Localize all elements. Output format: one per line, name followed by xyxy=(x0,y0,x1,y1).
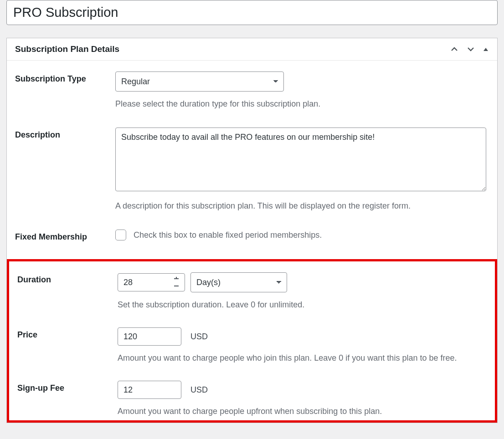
price-currency: USD xyxy=(190,332,208,342)
description-content: Subscribe today to avail all the PRO fea… xyxy=(115,128,489,212)
price-field: Price USD Amount you want to charge peop… xyxy=(9,327,495,364)
metabox-toggle-button[interactable] xyxy=(483,46,489,52)
subscription-plan-details-metabox: Subscription Plan Details Subscription T… xyxy=(6,38,498,423)
page-title-wrap xyxy=(6,0,498,25)
metabox-handles xyxy=(450,45,489,54)
subscription-type-help: Please select the duration type for this… xyxy=(115,98,489,110)
duration-inputs: Day(s) xyxy=(118,272,487,292)
description-field: Description Subscribe today to avail all… xyxy=(7,128,497,212)
fixed-membership-checkbox-line: Check this box to enable fixed period me… xyxy=(115,230,489,240)
metabox-header: Subscription Plan Details xyxy=(7,38,497,61)
duration-help: Set the subscription duration. Leave 0 f… xyxy=(118,299,487,311)
duration-content: Day(s) Set the subscription duration. Le… xyxy=(118,272,487,311)
subscription-type-field: Subscription Type Regular Please select … xyxy=(7,71,497,110)
triangle-up-icon xyxy=(483,46,489,52)
subscription-type-label: Subscription Type xyxy=(15,71,115,84)
chevron-up-icon xyxy=(450,45,459,54)
signup-fee-help: Amount you want to charge people upfront… xyxy=(118,405,487,418)
fixed-membership-content: Check this box to enable fixed period me… xyxy=(115,230,489,240)
price-content: USD Amount you want to charge people who… xyxy=(118,327,487,364)
subscription-type-content: Regular Please select the duration type … xyxy=(115,71,489,110)
price-label: Price xyxy=(17,327,118,340)
price-help: Amount you want to charge people who joi… xyxy=(118,352,487,364)
signup-fee-inputs: USD xyxy=(118,381,487,399)
duration-input[interactable] xyxy=(118,273,185,291)
subscription-type-select[interactable]: Regular xyxy=(115,71,284,92)
description-textarea[interactable]: Subscribe today to avail all the PRO fea… xyxy=(115,128,486,191)
fixed-membership-label: Fixed Membership xyxy=(15,230,115,242)
signup-fee-label: Sign-up Fee xyxy=(17,381,118,393)
signup-fee-currency: USD xyxy=(190,385,208,395)
metabox-body: Subscription Type Regular Please select … xyxy=(7,61,497,423)
metabox-move-up-button[interactable] xyxy=(450,45,459,54)
chevron-down-icon xyxy=(466,45,475,54)
metabox-title: Subscription Plan Details xyxy=(15,44,119,54)
price-input[interactable] xyxy=(118,327,181,346)
description-label: Description xyxy=(15,128,115,140)
description-help: A description for this subscription plan… xyxy=(115,200,489,212)
title-input[interactable] xyxy=(7,0,497,25)
duration-label: Duration xyxy=(17,272,118,285)
signup-fee-content: USD Amount you want to charge people upf… xyxy=(118,381,487,418)
duration-unit-select[interactable]: Day(s) xyxy=(190,272,287,292)
price-inputs: USD xyxy=(118,327,487,346)
fixed-membership-help: Check this box to enable fixed period me… xyxy=(134,230,322,240)
signup-fee-input[interactable] xyxy=(118,381,181,399)
svg-marker-0 xyxy=(483,48,488,51)
fixed-membership-field: Fixed Membership Check this box to enabl… xyxy=(7,230,497,242)
duration-field: Duration Day(s) Set the subscription dur… xyxy=(9,272,495,311)
fixed-membership-checkbox[interactable] xyxy=(115,230,126,240)
highlighted-section: Duration Day(s) Set the subscription dur… xyxy=(7,259,497,423)
metabox-move-down-button[interactable] xyxy=(466,45,475,54)
signup-fee-field: Sign-up Fee USD Amount you want to charg… xyxy=(9,381,495,418)
